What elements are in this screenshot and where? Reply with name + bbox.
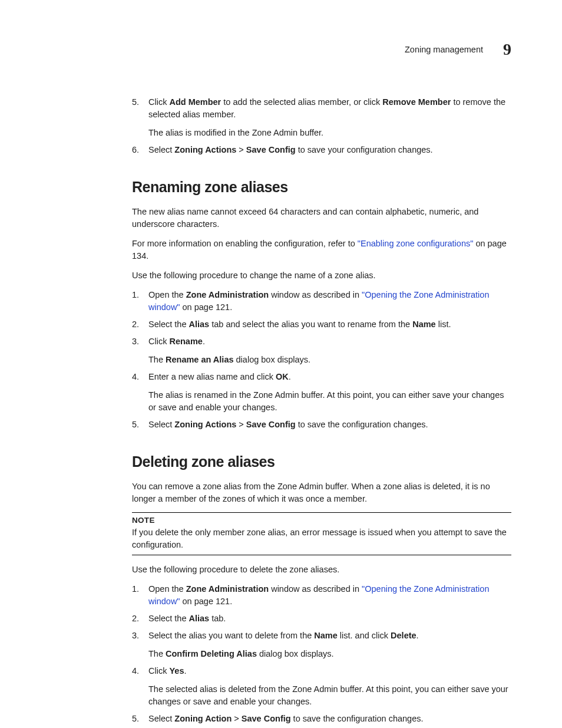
list-item: 2. Select the Alias tab. <box>132 612 511 625</box>
ui-term: Zoning Actions <box>174 420 236 429</box>
step-body: Click Rename. The Rename an Alias dialog… <box>148 335 511 366</box>
step-sub: The Rename an Alias dialog box displays. <box>148 354 511 366</box>
ui-term: Save Config <box>242 714 291 723</box>
step-sub: The Confirm Deleting Alias dialog box di… <box>148 648 511 660</box>
step-number: 1. <box>132 289 148 314</box>
text: Click <box>148 337 169 346</box>
paragraph: The new alias name cannot exceed 64 char… <box>132 206 511 230</box>
ui-term: Zoning Actions <box>174 145 236 154</box>
steps-renaming: 1. Open the Zone Administration window a… <box>132 289 511 431</box>
content: 5. Click Add Member to add the selected … <box>132 96 511 728</box>
ui-term: Name <box>314 631 338 640</box>
step-number: 5. <box>132 419 148 431</box>
text: tab. <box>209 614 226 623</box>
step-body: Select Zoning Action > Save Config to sa… <box>148 713 511 725</box>
ui-term: Remove Member <box>382 97 451 107</box>
ui-term: Delete <box>391 631 416 640</box>
steps-deleting: 1. Open the Zone Administration window a… <box>132 583 511 725</box>
text: window as described in <box>269 290 362 299</box>
text: Select the <box>148 614 189 623</box>
text: Click <box>148 666 169 676</box>
ui-term: Rename <box>169 337 202 346</box>
page-header: Zoning management 9 <box>51 38 511 62</box>
text: Open the <box>148 290 186 299</box>
text: Select <box>148 420 174 429</box>
step-sub: The selected alias is deleted from the Z… <box>148 683 511 708</box>
text: Select the alias you want to delete from… <box>148 631 314 640</box>
text: window as described in <box>269 584 362 594</box>
step-number: 3. <box>132 335 148 366</box>
step-body: Select the Alias tab and select the alia… <box>148 318 511 331</box>
step-number: 3. <box>132 630 148 660</box>
list-item: 1. Open the Zone Administration window a… <box>132 289 511 314</box>
step-number: 4. <box>132 371 148 414</box>
steps-continued: 5. Click Add Member to add the selected … <box>132 96 511 156</box>
ui-term: Yes <box>169 666 184 676</box>
ui-term: Confirm Deleting Alias <box>166 649 257 658</box>
list-item: 3. Click Rename. The Rename an Alias dia… <box>132 335 511 366</box>
text: dialog box displays. <box>234 355 311 364</box>
step-number: 5. <box>132 96 148 139</box>
heading-renaming: Renaming zone aliases <box>132 176 511 197</box>
text: Select <box>148 145 174 154</box>
paragraph: You can remove a zone alias from the Zon… <box>132 480 511 505</box>
paragraph: Use the following procedure to change th… <box>132 269 511 282</box>
ui-term: OK <box>276 372 289 381</box>
text: on page 121. <box>180 302 233 312</box>
header-title: Zoning management <box>405 44 483 56</box>
step-body: Select Zoning Actions > Save Config to s… <box>148 144 511 156</box>
step-body: Select Zoning Actions > Save Config to s… <box>148 419 511 431</box>
text: Enter a new alias name and click <box>148 372 276 381</box>
step-body: Click Yes. The selected alias is deleted… <box>148 665 511 708</box>
paragraph: For more information on enabling the con… <box>132 238 511 262</box>
ui-term: Save Config <box>246 420 296 429</box>
list-item: 4. Enter a new alias name and click OK. … <box>132 371 511 414</box>
text: > <box>236 420 246 429</box>
chapter-number: 9 <box>503 38 511 62</box>
step-body: Open the Zone Administration window as d… <box>148 289 511 314</box>
text: . <box>203 337 205 346</box>
step-body: Open the Zone Administration window as d… <box>148 583 511 608</box>
text: to save the configuration changes. <box>296 420 428 429</box>
ui-term: Zone Administration <box>186 290 269 299</box>
heading-deleting: Deleting zone aliases <box>132 451 511 472</box>
list-item: 2. Select the Alias tab and select the a… <box>132 318 511 331</box>
list-item: 5. Select Zoning Action > Save Config to… <box>132 713 511 725</box>
step-number: 2. <box>132 318 148 331</box>
list-item: 5. Select Zoning Actions > Save Config t… <box>132 419 511 431</box>
text: For more information on enabling the con… <box>132 239 358 248</box>
text: . <box>184 666 186 676</box>
text: . <box>289 372 291 381</box>
list-item: 6. Select Zoning Actions > Save Config t… <box>132 144 511 156</box>
text: to save the configuration changes. <box>291 714 424 723</box>
text: Select the <box>148 319 189 329</box>
paragraph: Use the following procedure to delete th… <box>132 564 511 576</box>
text: The <box>148 649 166 658</box>
link-enabling-config[interactable]: "Enabling zone configurations" <box>358 239 474 248</box>
text: dialog box displays. <box>257 649 334 658</box>
ui-term: Save Config <box>246 145 296 154</box>
ui-term: Zoning Action <box>174 714 232 723</box>
ui-term: Alias <box>189 614 210 623</box>
list-item: 3. Select the alias you want to delete f… <box>132 630 511 660</box>
step-body: Select the Alias tab. <box>148 612 511 625</box>
step-number: 5. <box>132 713 148 725</box>
text: list. <box>436 319 451 329</box>
text: tab and select the alias you want to ren… <box>209 319 412 329</box>
step-sub: The alias is modified in the Zone Admin … <box>148 127 511 139</box>
text: on page 121. <box>180 597 233 606</box>
step-number: 4. <box>132 665 148 708</box>
text: list. and click <box>338 631 391 640</box>
text: The <box>148 355 166 364</box>
text: Click <box>148 97 169 107</box>
ui-term: Rename an Alias <box>166 355 234 364</box>
ui-term: Add Member <box>169 97 221 107</box>
ui-term: Alias <box>189 319 210 329</box>
text: > <box>232 714 242 723</box>
step-body: Enter a new alias name and click OK. The… <box>148 371 511 414</box>
text: to save your configuration changes. <box>296 145 433 154</box>
step-number: 1. <box>132 583 148 608</box>
note-body: If you delete the only member zone alias… <box>132 526 511 551</box>
ui-term: Name <box>412 319 436 329</box>
note-block: NOTE If you delete the only member zone … <box>132 512 511 555</box>
